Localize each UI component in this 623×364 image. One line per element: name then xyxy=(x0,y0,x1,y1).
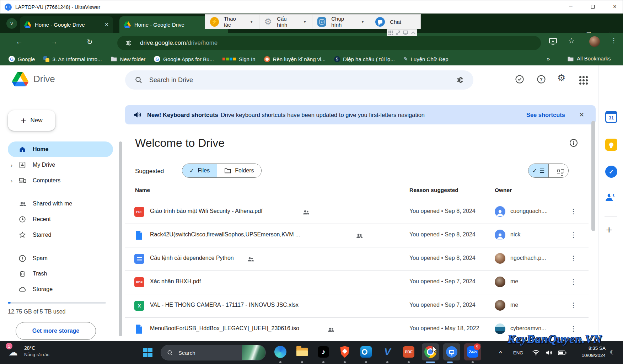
forward-icon[interactable]: → xyxy=(50,38,58,46)
file-row[interactable]: X VAL - HE THONG CAMERA - 171117 - INNOV… xyxy=(125,294,589,317)
tasks-icon[interactable]: ✓ xyxy=(605,166,617,178)
back-icon[interactable]: ← xyxy=(16,38,23,46)
monitor-icon[interactable] xyxy=(403,31,408,35)
search-icon[interactable] xyxy=(134,76,143,84)
taskbar-app-outlook[interactable] xyxy=(358,343,375,360)
dropdown-caret-icon[interactable]: ▾ xyxy=(359,20,367,24)
all-bookmarks-label[interactable]: All Bookmarks xyxy=(577,55,611,61)
google-apps-grid-icon[interactable] xyxy=(579,76,581,78)
taskbar-app-pdf[interactable]: PDF xyxy=(400,343,417,360)
help-icon[interactable]: ? xyxy=(537,75,546,84)
file-row[interactable]: Rack42U(switchCisco,firewallSophos,UPSEm… xyxy=(125,224,589,247)
get-more-storage-button[interactable]: Get more storage xyxy=(16,322,96,340)
capture-chat-button[interactable]: Chat xyxy=(370,15,420,29)
capture-settings-button[interactable]: ⚙ Cấu hình ▾ xyxy=(259,15,313,29)
settings-gear-icon[interactable]: ⚙ xyxy=(557,73,565,84)
resize-arrows-icon[interactable] xyxy=(396,31,400,35)
do-not-disturb-moon-icon[interactable]: ☾ xyxy=(610,348,616,356)
file-row[interactable]: Câu lệnh cài dependence Python You opene… xyxy=(125,247,589,271)
bookmark-python-intro[interactable]: 3. An Informal Intro... xyxy=(43,56,102,62)
tab-search-button[interactable]: ˅ xyxy=(6,18,17,29)
window-close-button[interactable]: ✕ xyxy=(607,0,623,13)
keep-icon[interactable] xyxy=(605,139,617,151)
row-menu-icon[interactable]: ⋮ xyxy=(570,325,577,333)
taskbar-app-edge[interactable] xyxy=(272,343,289,360)
add-addon-plus-icon[interactable]: + xyxy=(606,224,612,236)
bookmark-google-apps[interactable]: GGoogle Apps for Bu... xyxy=(154,56,214,62)
chevron-up-icon[interactable] xyxy=(411,31,415,34)
drive-logo[interactable]: Drive xyxy=(12,72,55,86)
sidebar-scrollbar[interactable] xyxy=(119,141,122,336)
banner-close-icon[interactable]: ✕ xyxy=(579,111,584,119)
file-row[interactable]: PDF Xác nhận BHXH.pdf You opened • Sep 7… xyxy=(125,271,589,294)
capture-actions-button[interactable]: ⚡ Thao tác ▾ xyxy=(205,15,259,29)
files-chip[interactable]: ✓Files xyxy=(182,164,217,177)
search-filter-tune-icon[interactable] xyxy=(456,76,464,84)
taskbar-app-tiktok[interactable]: ♪ xyxy=(315,343,332,360)
taskbar-app-file-explorer[interactable] xyxy=(294,343,311,360)
expand-chevron-icon[interactable]: › xyxy=(11,162,12,168)
new-button[interactable]: + New xyxy=(8,110,55,131)
expand-chevron-icon[interactable]: › xyxy=(11,178,12,184)
row-menu-icon[interactable]: ⋮ xyxy=(570,278,577,286)
install-app-icon[interactable] xyxy=(549,38,557,46)
reload-icon[interactable]: ↻ xyxy=(87,38,93,46)
dropdown-caret-icon[interactable]: ▾ xyxy=(248,20,256,24)
list-view-button[interactable]: ✓☰ xyxy=(528,164,548,177)
sidebar-item-home[interactable]: Home xyxy=(8,141,113,157)
sidebar-item-recent[interactable]: Recent xyxy=(8,212,113,227)
calendar-icon[interactable]: 31 xyxy=(605,111,617,123)
search-highlight-image[interactable] xyxy=(242,345,265,360)
info-icon[interactable] xyxy=(569,139,578,147)
offline-status-icon[interactable] xyxy=(515,75,524,84)
see-shortcuts-link[interactable]: See shortcuts xyxy=(526,112,565,118)
main-scrollbar[interactable] xyxy=(591,121,595,231)
taskbar-search-box[interactable]: Search xyxy=(161,345,266,360)
browser-tab[interactable]: Home - Google Drive ✕ xyxy=(20,16,113,33)
bookmark-star-icon[interactable]: ☆ xyxy=(568,36,575,46)
browser-profile-avatar[interactable] xyxy=(589,36,600,47)
bookmarks-overflow-chevron[interactable]: » xyxy=(547,55,550,63)
folders-chip[interactable]: Folders xyxy=(217,164,261,177)
bookmark-new-folder[interactable]: New folder xyxy=(111,56,146,62)
sidebar-item-shared-with-me[interactable]: Shared with me xyxy=(8,196,113,212)
bookmark-diep-ha-chau[interactable]: SDiệp hạ châu ( túi lọ... xyxy=(334,56,395,62)
taskbar-app-zalo[interactable]: Zalo 5 xyxy=(464,343,481,360)
taskbar-app-v[interactable]: V xyxy=(379,343,396,360)
address-bar[interactable]: drive.google.com/drive/home xyxy=(117,36,541,50)
tab-close-icon[interactable]: ✕ xyxy=(101,22,109,27)
sidebar-item-my-drive[interactable]: › My Drive xyxy=(8,157,113,173)
dropdown-caret-icon[interactable]: ▾ xyxy=(301,20,309,24)
row-menu-icon[interactable]: ⋮ xyxy=(570,254,577,262)
row-menu-icon[interactable]: ⋮ xyxy=(570,207,577,215)
sidebar-item-storage[interactable]: Storage xyxy=(8,282,113,297)
site-info-icon[interactable] xyxy=(125,39,132,47)
sidebar-item-starred[interactable]: Starred xyxy=(8,227,113,243)
bookmark-sign-in[interactable]: Sign In xyxy=(222,56,256,62)
sidebar-item-computers[interactable]: › Computers xyxy=(8,173,113,188)
window-minimize-button[interactable]: ─ xyxy=(563,0,579,13)
column-header-owner[interactable]: Owner xyxy=(495,187,512,193)
row-menu-icon[interactable]: ⋮ xyxy=(570,231,577,239)
capture-screenshot-button[interactable]: Chụp hình ▾ xyxy=(312,15,370,29)
drive-search-bar[interactable] xyxy=(125,70,473,90)
sidebar-item-spam[interactable]: Spam xyxy=(8,251,113,266)
column-header-name[interactable]: Name xyxy=(135,187,150,193)
bookmark-luyen-chu-dep[interactable]: ✎Luyện Chữ Đẹp xyxy=(403,56,449,62)
taskbar-app-brave[interactable] xyxy=(336,343,353,360)
browser-menu-icon[interactable]: ⋮ xyxy=(611,37,617,44)
search-input[interactable] xyxy=(149,76,456,84)
bookmark-ren-luyen[interactable]: Rèn luyện kĩ năng vi... xyxy=(264,56,326,62)
taskbar-weather-widget[interactable]: 1 ☁ 28°C Nắng rải rác xyxy=(6,343,49,359)
window-maximize-button[interactable] xyxy=(585,0,601,13)
grid-icon[interactable] xyxy=(388,31,393,35)
taskbar-clock[interactable]: 8:35 SA 10/09/2024 xyxy=(573,345,606,359)
bookmark-google[interactable]: GGoogle xyxy=(9,56,35,62)
taskbar-app-ultraviewer[interactable] xyxy=(443,343,460,360)
file-row[interactable]: PDF Giáo trình bảo mật Wifi Security - A… xyxy=(125,200,589,224)
tray-show-hidden-icons[interactable]: ^ xyxy=(499,341,502,364)
row-menu-icon[interactable]: ⋮ xyxy=(570,301,577,309)
column-header-reason[interactable]: Reason suggested xyxy=(409,187,458,193)
grid-view-button[interactable] xyxy=(548,164,568,177)
sidebar-item-trash[interactable]: Trash xyxy=(8,266,113,282)
